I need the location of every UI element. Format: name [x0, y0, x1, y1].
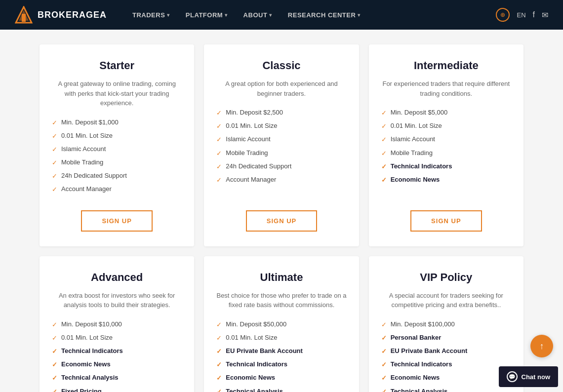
list-item: ✓Account Manager — [52, 185, 182, 194]
main-content: StarterA great gateway to online trading… — [0, 30, 563, 392]
nav-traders[interactable]: TRADERS ▾ — [126, 7, 176, 23]
check-icon: ✓ — [216, 374, 222, 383]
check-icon: ✓ — [52, 320, 57, 329]
check-icon: ✓ — [216, 162, 222, 171]
list-item: ✓Technical Indicators — [216, 360, 346, 369]
pricing-row-1: StarterA great gateway to online trading… — [40, 44, 523, 246]
nav-platform[interactable]: PLATFORM ▾ — [180, 7, 234, 23]
chat-label: Chat now — [522, 373, 551, 381]
card-features-classic: ✓Min. Deposit $2,500✓0.01 Min. Lot Size✓… — [216, 108, 346, 198]
logo-icon — [15, 6, 33, 24]
list-item: ✓Economic News — [216, 373, 346, 383]
facebook-icon[interactable]: f — [533, 10, 535, 19]
check-icon: ✓ — [216, 122, 222, 131]
card-title-vip: VIP Policy — [381, 271, 511, 284]
list-item: ✓Technical Indicators — [381, 162, 511, 171]
logo[interactable]: BROKERAGEA — [15, 6, 107, 24]
card-title-ultimate: Ultimate — [216, 271, 346, 284]
check-icon: ✓ — [52, 374, 57, 383]
card-desc-vip: A special account for traders seeking fo… — [381, 291, 511, 310]
check-icon: ✓ — [216, 176, 222, 185]
mail-icon[interactable]: ✉ — [542, 10, 548, 20]
feature-text: Min. Deposit $10,000 — [61, 320, 122, 329]
card-advanced: AdvancedAn extra boost for investors who… — [40, 256, 194, 392]
card-features-vip: ✓Min. Deposit $100,000✓Personal Banker✓E… — [381, 320, 511, 392]
list-item: ✓Account Manager — [216, 175, 346, 185]
list-item: ✓Economic News — [381, 373, 511, 383]
globe-icon[interactable]: ⊕ — [496, 8, 510, 22]
chevron-down-icon: ▾ — [225, 12, 228, 18]
check-icon: ✓ — [216, 109, 222, 118]
list-item: ✓0.01 Min. Lot Size — [52, 131, 182, 141]
scroll-top-button[interactable]: ↑ — [530, 335, 553, 357]
feature-text: Islamic Account — [391, 135, 435, 144]
feature-text: Economic News — [391, 175, 440, 184]
list-item: ✓Technical Indicators — [381, 360, 511, 369]
signup-button-classic[interactable]: SIGN UP — [246, 210, 317, 232]
list-item: ✓0.01 Min. Lot Size — [381, 121, 511, 131]
chevron-down-icon: ▾ — [269, 12, 272, 18]
chevron-down-icon: ▾ — [167, 12, 170, 18]
signup-wrap-classic: SIGN UP — [216, 210, 346, 232]
feature-text: 24h Dedicated Support — [61, 171, 127, 180]
card-features-intermediate: ✓Min. Deposit $5,000✓0.01 Min. Lot Size✓… — [381, 108, 511, 198]
feature-text: 0.01 Min. Lot Size — [61, 333, 113, 342]
signup-button-starter[interactable]: SIGN UP — [81, 210, 152, 232]
language-selector[interactable]: EN — [517, 11, 525, 19]
feature-text: Economic News — [391, 373, 440, 382]
chat-icon: 💬 — [507, 371, 518, 382]
signup-button-intermediate[interactable]: SIGN UP — [410, 210, 482, 232]
feature-text: Account Manager — [61, 185, 112, 194]
pricing-row-2: AdvancedAn extra boost for investors who… — [40, 256, 523, 392]
card-classic: ClassicA great option for both experienc… — [204, 44, 359, 246]
check-icon: ✓ — [381, 122, 387, 131]
feature-text: Mobile Trading — [391, 149, 433, 157]
card-features-ultimate: ✓Min. Deposit $50,000✓0.01 Min. Lot Size… — [216, 320, 346, 392]
card-features-advanced: ✓Min. Deposit $10,000✓0.01 Min. Lot Size… — [52, 320, 182, 392]
check-icon: ✓ — [381, 388, 387, 392]
check-icon: ✓ — [216, 149, 222, 158]
list-item: ✓Technical Indicators — [52, 347, 182, 356]
feature-text: Account Manager — [226, 175, 276, 184]
list-item: ✓Islamic Account — [216, 135, 346, 144]
card-features-starter: ✓Min. Deposit $1,000✓0.01 Min. Lot Size✓… — [52, 118, 182, 198]
card-intermediate: IntermediateFor experienced traders that… — [369, 44, 523, 246]
feature-text: EU Private Bank Account — [226, 347, 303, 355]
check-icon: ✓ — [52, 185, 57, 194]
chat-widget[interactable]: 💬 Chat now — [499, 366, 559, 387]
card-ultimate: UltimateBest choice for those who prefer… — [204, 256, 359, 392]
check-icon: ✓ — [381, 109, 387, 118]
list-item: ✓EU Private Bank Account — [381, 347, 511, 356]
card-desc-starter: A great gateway to online trading, comin… — [52, 79, 182, 108]
card-title-intermediate: Intermediate — [381, 59, 511, 72]
list-item: ✓Mobile Trading — [381, 149, 511, 158]
check-icon: ✓ — [52, 172, 57, 181]
check-icon: ✓ — [52, 145, 57, 154]
list-item: ✓Min. Deposit $100,000 — [381, 320, 511, 329]
card-desc-classic: A great option for both experienced and … — [216, 79, 346, 98]
feature-text: Min. Deposit $50,000 — [226, 320, 286, 329]
feature-text: Mobile Trading — [61, 158, 103, 167]
check-icon: ✓ — [381, 347, 387, 356]
navbar: BROKERAGEA TRADERS ▾ PLATFORM ▾ ABOUT ▾ … — [0, 0, 563, 30]
check-icon: ✓ — [381, 162, 387, 171]
check-icon: ✓ — [381, 149, 387, 158]
list-item: ✓Technical Analysis — [52, 373, 182, 383]
list-item: ✓Personal Banker — [381, 333, 511, 343]
nav-research[interactable]: RESEARCH CENTER ▾ — [282, 7, 366, 23]
list-item: ✓24h Dedicated Support — [52, 171, 182, 181]
card-title-classic: Classic — [216, 59, 346, 72]
check-icon: ✓ — [216, 135, 222, 144]
card-starter: StarterA great gateway to online trading… — [40, 44, 194, 246]
check-icon: ✓ — [216, 360, 222, 369]
feature-text: Personal Banker — [391, 333, 442, 342]
feature-text: Islamic Account — [226, 135, 270, 144]
feature-text: Technical Analysis — [61, 373, 119, 382]
feature-text: 24h Dedicated Support — [226, 162, 291, 171]
feature-text: 0.01 Min. Lot Size — [61, 131, 113, 140]
nav-about[interactable]: ABOUT ▾ — [238, 7, 278, 23]
list-item: ✓Mobile Trading — [52, 158, 182, 167]
list-item: ✓Mobile Trading — [216, 149, 346, 158]
list-item: ✓Economic News — [381, 175, 511, 185]
check-icon: ✓ — [216, 320, 222, 329]
